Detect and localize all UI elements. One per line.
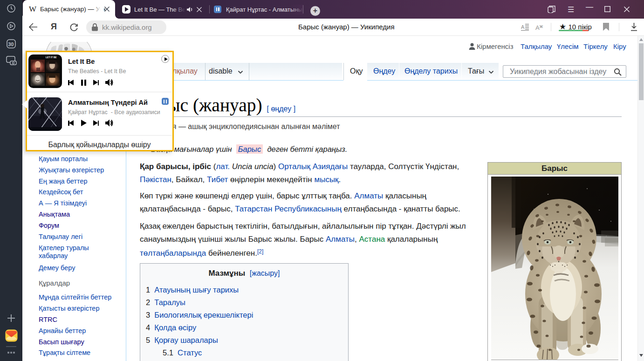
svg-text:30: 30 (8, 41, 14, 47)
svg-text:A: A (521, 24, 525, 30)
svg-text:LET IT BE: LET IT BE (46, 56, 57, 59)
